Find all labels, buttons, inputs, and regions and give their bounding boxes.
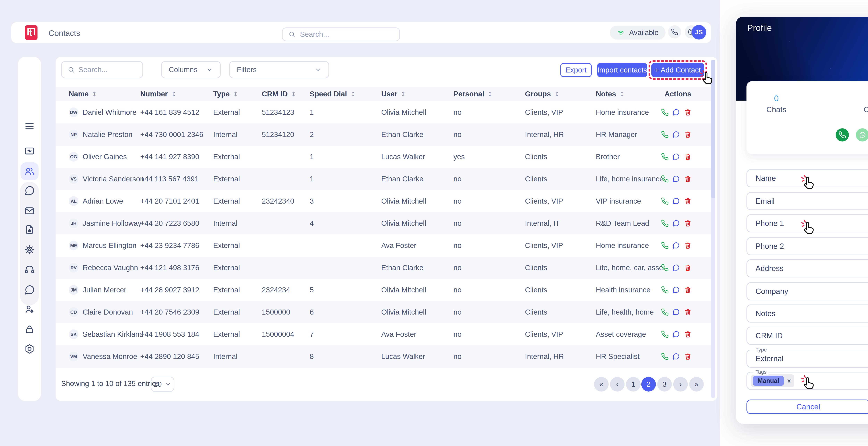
row-call-button[interactable] — [660, 219, 670, 228]
sidebar-item-integrations-nut[interactable] — [24, 343, 35, 354]
first-page-button[interactable]: « — [594, 377, 609, 391]
prev-page-button[interactable]: ‹ — [610, 377, 625, 391]
cancel-button[interactable]: Cancel — [746, 400, 868, 414]
row-delete-button[interactable] — [683, 130, 692, 139]
global-search-input[interactable] — [300, 30, 394, 38]
table-row[interactable]: MEMarcus Ellington+44 23 9234 7786Extern… — [56, 235, 711, 256]
user-avatar[interactable]: JS — [692, 25, 706, 39]
name-field[interactable]: Name — [746, 169, 868, 187]
row-chat-button[interactable] — [672, 174, 681, 183]
sidebar-item-contacts-active[interactable] — [21, 162, 38, 180]
row-chat-button[interactable] — [672, 241, 681, 250]
sidebar-item-live-chat[interactable] — [24, 284, 35, 296]
global-search[interactable] — [282, 27, 400, 41]
column-header-crm-id[interactable]: CRM ID — [262, 87, 297, 101]
column-header-type[interactable]: Type — [213, 87, 239, 101]
sidebar-item-support-headset[interactable] — [24, 264, 35, 275]
table-row[interactable]: SKSebastian Kirkland+44 1908 553 184Exte… — [56, 323, 711, 345]
table-row[interactable]: VSVictoria Sanderson+44 113 567 4391Exte… — [56, 168, 711, 190]
row-chat-button[interactable] — [672, 285, 681, 295]
row-call-button[interactable] — [660, 352, 670, 361]
channel-call-button[interactable] — [836, 128, 849, 141]
row-chat-button[interactable] — [672, 130, 681, 139]
row-delete-button[interactable] — [683, 330, 692, 339]
type-select[interactable]: Type External — [746, 350, 868, 368]
phone-button[interactable] — [668, 25, 681, 38]
row-chat-button[interactable] — [672, 352, 681, 361]
filters-dropdown[interactable]: Filters — [229, 61, 329, 78]
row-call-button[interactable] — [660, 108, 670, 117]
row-delete-button[interactable] — [683, 219, 692, 228]
row-delete-button[interactable] — [683, 285, 692, 295]
row-call-button[interactable] — [660, 241, 670, 250]
row-delete-button[interactable] — [683, 241, 692, 250]
row-call-button[interactable] — [660, 174, 670, 183]
tag-remove-button[interactable]: x — [787, 377, 790, 384]
add-contact-button[interactable]: + Add Contact — [651, 63, 704, 77]
columns-dropdown[interactable]: Columns — [161, 61, 221, 78]
page-2-button[interactable]: 2 — [641, 377, 656, 391]
company-field[interactable]: Company — [746, 282, 868, 300]
row-delete-button[interactable] — [683, 263, 692, 272]
row-delete-button[interactable] — [683, 308, 692, 317]
email-field[interactable]: Email — [746, 192, 868, 210]
table-row[interactable]: JMJulian Mercer+44 28 9027 3912External2… — [56, 279, 711, 301]
import-contacts-button[interactable]: Import contacts — [597, 63, 647, 77]
table-row[interactable]: OGOliver Gaines+44 141 927 8390External1… — [56, 146, 711, 168]
page-size-select[interactable]: 10 — [151, 377, 174, 392]
row-delete-button[interactable] — [683, 152, 692, 161]
row-chat-button[interactable] — [672, 197, 681, 206]
crm-id-field[interactable]: CRM ID — [746, 327, 868, 345]
column-header-name[interactable]: Name — [69, 87, 98, 101]
row-call-button[interactable] — [660, 308, 670, 317]
row-delete-button[interactable] — [683, 174, 692, 183]
table-row[interactable]: RVRebecca Vaughn+44 121 498 3176External… — [56, 256, 711, 279]
export-button[interactable]: Export — [560, 63, 592, 77]
tag-chip-manual[interactable]: Manual — [753, 376, 784, 386]
table-row[interactable]: CDClaire Donovan+44 20 7546 2309External… — [56, 301, 711, 323]
row-delete-button[interactable] — [683, 352, 692, 361]
table-row[interactable]: NPNatalie Preston+44 730 0001 2346Intern… — [56, 124, 711, 146]
table-row[interactable]: DWDaniel Whitmore+44 161 839 4512Externa… — [56, 101, 711, 124]
row-chat-button[interactable] — [672, 308, 681, 317]
column-header-notes[interactable]: Notes — [596, 87, 625, 101]
row-chat-button[interactable] — [672, 152, 681, 161]
row-call-button[interactable] — [660, 330, 670, 339]
row-call-button[interactable] — [660, 197, 670, 206]
column-header-user[interactable]: User — [381, 87, 406, 101]
last-page-button[interactable]: » — [689, 377, 704, 391]
table-row[interactable]: JHJasmine Holloway+44 20 7223 6580Intern… — [56, 212, 711, 235]
table-search-input[interactable] — [79, 66, 137, 74]
sidebar-item-chat[interactable] — [24, 185, 35, 196]
phone-2-field[interactable]: Phone 2 — [746, 237, 868, 255]
sidebar-item-security-lock[interactable] — [24, 324, 35, 335]
row-chat-button[interactable] — [672, 263, 681, 272]
row-chat-button[interactable] — [672, 330, 681, 339]
column-header-speed-dial[interactable]: Speed Dial — [310, 87, 356, 101]
table-row[interactable]: VMVanessa Monroe+44 2890 120 845Internal… — [56, 345, 711, 368]
page-3-button[interactable]: 3 — [657, 377, 672, 391]
row-call-button[interactable] — [660, 152, 670, 161]
column-header-groups[interactable]: Groups — [525, 87, 560, 101]
phone-1-field[interactable]: Phone 1 — [746, 214, 868, 232]
table-scrollbar-thumb[interactable] — [711, 60, 715, 198]
sidebar-item-dashboard[interactable] — [24, 146, 35, 157]
next-page-button[interactable]: › — [673, 377, 688, 391]
sidebar-item-reports[interactable] — [24, 224, 35, 235]
row-call-button[interactable] — [660, 130, 670, 139]
sidebar-item-menu[interactable] — [24, 121, 35, 132]
address-field[interactable]: Address — [746, 260, 868, 277]
notes-field[interactable]: Notes — [746, 305, 868, 322]
row-delete-button[interactable] — [683, 197, 692, 206]
row-call-button[interactable] — [660, 263, 670, 272]
tags-select[interactable]: Tags Manual x ✕ — [746, 372, 868, 390]
sidebar-item-user-settings[interactable] — [24, 304, 35, 315]
column-header-number[interactable]: Number — [140, 87, 177, 101]
sidebar-item-mail[interactable] — [24, 205, 35, 216]
table-search[interactable] — [61, 61, 143, 78]
app-logo[interactable]: t — [25, 25, 37, 40]
availability-pill[interactable]: Available — [610, 26, 665, 39]
sidebar-item-settings-gear[interactable] — [24, 244, 35, 255]
channel-whatsapp-button[interactable] — [856, 128, 868, 141]
row-delete-button[interactable] — [683, 108, 692, 117]
